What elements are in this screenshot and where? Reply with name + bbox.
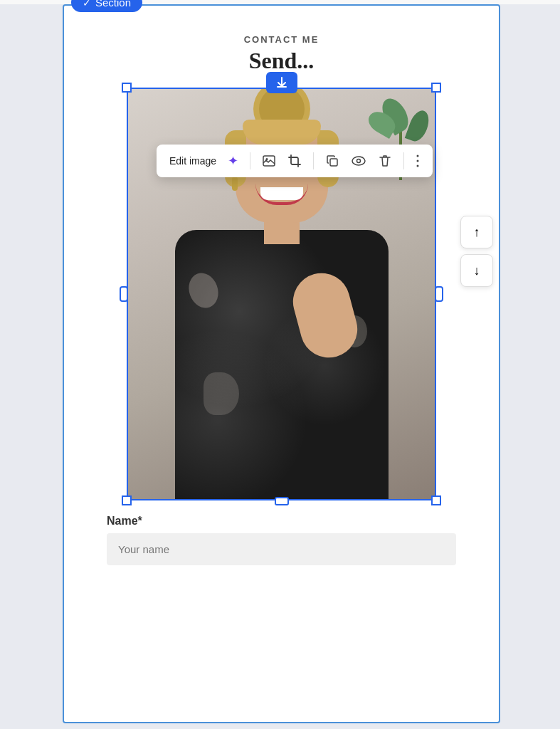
trash-icon [378,154,392,168]
handle-bottom-right[interactable] [431,495,441,505]
crop-button[interactable] [283,151,306,171]
checkmark-icon: ✓ [83,0,91,9]
edit-image-button[interactable]: Edit image [165,152,221,169]
delete-button[interactable] [374,151,396,171]
section-badge[interactable]: ✓ Section [71,0,142,12]
download-icon [275,76,288,89]
nav-arrows: ↑ ↓ [460,216,493,287]
sparkle-icon: ✦ [228,153,238,169]
more-options-button[interactable] [411,151,424,171]
download-button[interactable] [266,72,297,93]
form-area: Name* [64,500,499,572]
image-icon [262,154,276,168]
ai-enhance-button[interactable]: ✦ [223,150,243,172]
handle-top-left[interactable] [122,83,132,93]
more-icon [416,154,420,168]
person-jacket [175,230,389,500]
flower-1 [184,269,223,313]
handle-middle-left[interactable] [120,286,128,302]
handle-bottom-center[interactable] [275,497,289,505]
svg-point-6 [417,160,419,162]
flower-3 [204,372,239,415]
eye-icon [351,154,366,168]
name-input[interactable] [107,533,456,565]
image-toolbar: Edit image ✦ [157,145,433,177]
hair-bangs [243,120,321,145]
svg-point-7 [417,165,419,167]
handle-middle-right[interactable] [435,286,443,302]
earring-left [232,177,238,191]
svg-point-4 [357,159,361,163]
svg-point-3 [352,157,365,165]
copy-button[interactable] [321,151,344,171]
section-badge-label: Section [95,0,131,9]
move-up-button[interactable]: ↑ [460,216,493,248]
toolbar-divider-1 [250,152,250,169]
name-label: Name* [107,515,456,528]
page-section: ✓ Section CONTACT ME Send... Edit image … [63,4,500,723]
teeth [260,187,303,200]
image-icon-button[interactable] [258,151,280,171]
handle-bottom-left[interactable] [122,495,132,505]
up-arrow-icon: ↑ [474,225,480,240]
leaf-2 [405,107,433,144]
down-arrow-icon: ↓ [474,263,480,278]
move-down-button[interactable]: ↓ [460,254,493,287]
handle-top-right[interactable] [431,83,441,93]
svg-point-5 [417,155,419,157]
svg-rect-2 [330,159,337,166]
copy-icon [325,154,339,168]
visibility-button[interactable] [347,151,371,171]
crop-icon [287,154,302,168]
toolbar-divider-3 [403,152,404,169]
jacket-flowers [175,230,389,500]
toolbar-divider-2 [313,152,314,169]
